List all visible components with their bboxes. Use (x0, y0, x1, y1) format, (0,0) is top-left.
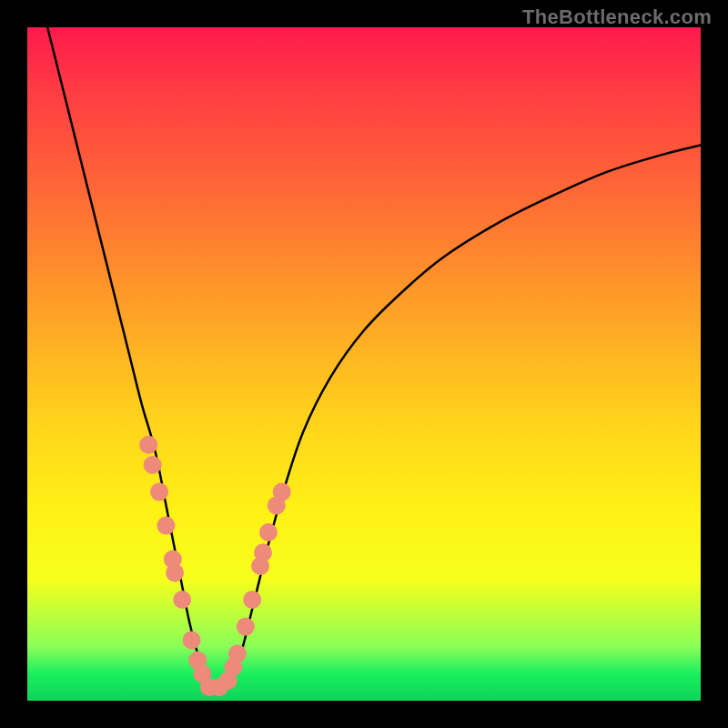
data-point (139, 436, 157, 454)
data-point (183, 631, 201, 649)
data-point (243, 591, 261, 609)
data-point (259, 523, 278, 541)
data-point (144, 456, 162, 474)
chart-frame: TheBottleneck.com (0, 0, 728, 728)
watermark-label: TheBottleneck.com (522, 5, 712, 29)
data-point (254, 543, 272, 561)
bottleneck-curve (47, 27, 701, 688)
data-point (150, 483, 168, 501)
marker-layer (139, 436, 291, 696)
data-point (228, 644, 247, 662)
chart-svg (27, 27, 701, 701)
curve-layer (47, 27, 701, 688)
plot-area (27, 27, 701, 701)
data-point (237, 618, 255, 636)
data-point (166, 563, 184, 581)
data-point (173, 591, 191, 609)
data-point (273, 483, 291, 501)
data-point (157, 517, 175, 535)
